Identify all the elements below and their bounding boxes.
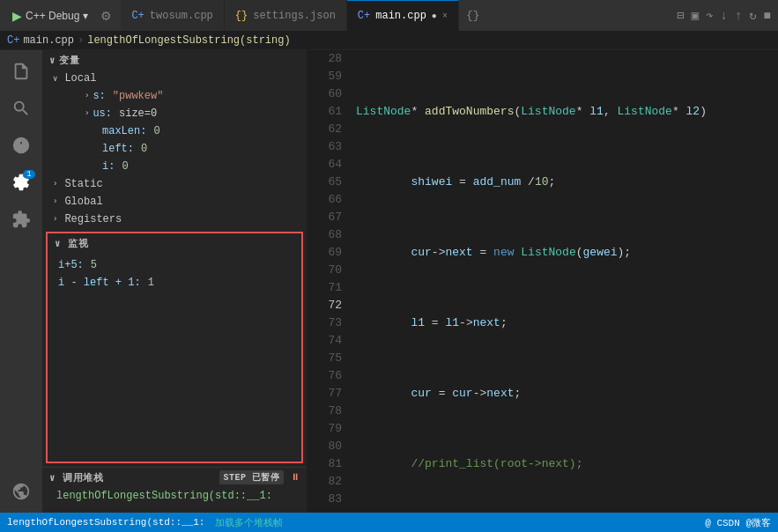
static-label: Static <box>64 178 102 190</box>
toggle-panel-icon[interactable]: ▣ <box>691 8 698 23</box>
ln-81: 81 <box>307 455 342 473</box>
ln-82: 82 <box>307 473 342 491</box>
step-out-icon[interactable]: ↑ <box>735 9 742 23</box>
run-debug-button[interactable]: ▶ C++ Debug ▾ <box>7 7 93 25</box>
var-us-name: us: <box>93 107 112 120</box>
var-maxlen-name: maxLen: <box>102 125 146 137</box>
var-tree: ∨ Local › s: "pwwkew" › us: si <box>42 70 307 228</box>
step-into-icon[interactable]: ↓ <box>720 9 727 23</box>
source-control-icon[interactable] <box>4 128 39 163</box>
activity-bar: 1 <box>0 50 42 513</box>
callstack-chevron: ∨ <box>49 472 56 484</box>
var-left-name: left: <box>102 143 134 155</box>
tab-main-label: main.cpp <box>375 10 426 22</box>
var-maxlen[interactable]: maxLen: 0 <box>42 122 307 140</box>
code-container[interactable]: 28 59 60 61 62 63 64 65 66 67 68 69 70 7… <box>307 50 778 513</box>
ln-73: 73 <box>307 314 342 332</box>
debug-config-label: C++ Debug <box>26 10 79 22</box>
watch-item-1[interactable]: i+5: 5 <box>48 256 301 274</box>
tab-main-cpp[interactable]: C+ main.cpp ● × <box>347 0 459 31</box>
remote-icon[interactable] <box>4 474 39 509</box>
split-editor-icon[interactable]: ⊟ <box>677 8 684 23</box>
callstack-section: ∨ 调用堆栈 step 已暂停 ⏸ lengthOfLongestSubstri… <box>42 467 307 513</box>
gear-icon[interactable]: ⚙ <box>99 7 114 25</box>
registers-label: Registers <box>64 213 122 225</box>
ln-70: 70 <box>307 262 342 279</box>
local-chevron: ∨ <box>53 74 57 84</box>
callstack-actions: step 已暂停 ⏸ <box>219 470 300 484</box>
callstack-header[interactable]: ∨ 调用堆栈 step 已暂停 ⏸ <box>42 468 307 487</box>
code-line-61: l1 = l1->next; <box>356 314 778 332</box>
tab-extra[interactable]: {} <box>459 9 487 22</box>
status-debug-info[interactable]: lengthOfLongestSubstring(std::__1: <box>7 517 204 528</box>
watch-items: i+5: 5 i - left + 1: 1 <box>48 253 301 462</box>
breadcrumb-function[interactable]: lengthOfLongestSubstring(string) <box>87 34 290 47</box>
global-section[interactable]: › Global <box>42 193 307 211</box>
watch-header[interactable]: ∨ 监视 <box>48 233 301 253</box>
ln-76: 76 <box>307 367 342 385</box>
ln-80: 80 <box>307 438 342 455</box>
restart-icon[interactable]: ↻ <box>749 8 756 23</box>
var-i[interactable]: i: 0 <box>42 158 307 175</box>
variables-section: ∨ 变量 ∨ Local › s: "pwwkew" <box>42 50 307 228</box>
var-us-expand: › <box>85 109 89 118</box>
top-bar-actions: ⊟ ▣ ↷ ↓ ↑ ↻ ■ <box>677 8 771 23</box>
variables-header[interactable]: ∨ 变量 <box>42 50 307 70</box>
tab-close-icon[interactable]: × <box>442 11 448 21</box>
play-icon: ▶ <box>12 9 22 23</box>
status-add-frame[interactable]: 加载多个堆栈帧 <box>215 516 283 529</box>
chevron-down-icon: ▾ <box>83 10 88 22</box>
ln-79: 79 <box>307 420 342 438</box>
variables-chevron: ∨ <box>49 55 56 66</box>
var-left-value: 0 <box>141 143 147 155</box>
ln-59: 59 <box>307 68 342 85</box>
watch-chevron: ∨ <box>55 238 61 249</box>
code-line-28: ListNode* addTwoNumbers(ListNode* l1, Li… <box>356 103 778 121</box>
status-right: @ CSDN @微客 <box>705 516 771 529</box>
local-section[interactable]: ∨ Local <box>42 70 307 87</box>
cpp-icon-main: C+ <box>358 10 370 22</box>
search-icon[interactable] <box>4 91 39 126</box>
top-bar: ▶ C++ Debug ▾ ⚙ C+ twosum.cpp {} setting… <box>0 0 778 31</box>
registers-section[interactable]: › Registers <box>42 211 307 228</box>
ln-71: 71 <box>307 279 342 297</box>
files-icon[interactable] <box>4 54 39 89</box>
watch-val-2: 1 <box>148 277 154 289</box>
callstack-func: lengthOfLongestSubstring(std::__1: <box>56 490 272 502</box>
modified-dot: ● <box>432 11 437 21</box>
debug-badge: 1 <box>23 170 35 179</box>
run-debug-section: ▶ C++ Debug ▾ ⚙ <box>7 7 114 25</box>
code-content: ListNode* addTwoNumbers(ListNode* l1, Li… <box>349 50 778 513</box>
var-us-value: size=0 <box>119 107 157 120</box>
static-section[interactable]: › Static <box>42 175 307 193</box>
code-line-59: shiwei = add_num /10; <box>356 174 778 191</box>
watch-item-2[interactable]: i - left + 1: 1 <box>48 274 301 292</box>
editor-area: 28 59 60 61 62 63 64 65 66 67 68 69 70 7… <box>307 50 778 513</box>
global-chevron: › <box>53 197 57 206</box>
ln-77: 77 <box>307 385 342 403</box>
var-i-value: 0 <box>122 160 128 173</box>
ln-28: 28 <box>307 50 342 68</box>
stop-icon[interactable]: ■ <box>764 9 771 23</box>
var-i-name: i: <box>102 160 115 173</box>
var-s-value: "pwwkew" <box>113 90 164 102</box>
tab-twosum[interactable]: C+ twosum.cpp <box>121 0 224 31</box>
sidebar: ∨ 变量 ∨ Local › s: "pwwkew" <box>42 50 307 513</box>
tab-settings-label: settings.json <box>253 10 336 22</box>
var-s[interactable]: › s: "pwwkew" <box>42 87 307 105</box>
ln-65: 65 <box>307 174 342 191</box>
var-left[interactable]: left: 0 <box>42 140 307 158</box>
ln-69: 69 <box>307 244 342 262</box>
var-us[interactable]: › us: size=0 <box>42 105 307 122</box>
tab-settings[interactable]: {} settings.json <box>225 0 347 31</box>
json-icon: {} <box>235 10 248 22</box>
step-over-icon[interactable]: ↷ <box>706 8 713 23</box>
global-label: Global <box>64 196 102 208</box>
debug-icon[interactable]: 1 <box>4 165 39 200</box>
watch-expr-1: i+5: <box>58 259 84 271</box>
breadcrumb-file[interactable]: main.cpp <box>23 34 74 47</box>
callstack-header-left: ∨ 调用堆栈 <box>49 471 103 484</box>
main-layout: 1 ∨ 变量 ∨ Local <box>0 50 778 513</box>
extensions-icon[interactable] <box>4 202 39 237</box>
callstack-item[interactable]: lengthOfLongestSubstring(std::__1: <box>42 487 307 505</box>
